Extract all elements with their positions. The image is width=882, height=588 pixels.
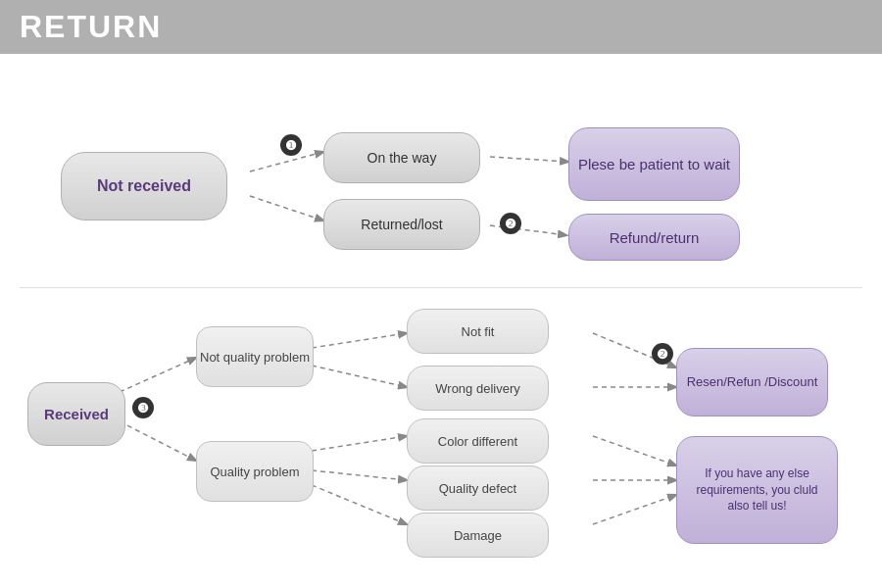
svg-line-10	[312, 436, 407, 451]
main-content: Not received ❶ On the way Returned/lost …	[0, 54, 882, 588]
svg-line-17	[593, 495, 676, 524]
resen-refund-box: Resen/Refun /Discount	[676, 348, 828, 416]
badge-2-top: ❷	[500, 213, 521, 234]
color-different-box: Color different	[407, 418, 549, 464]
svg-line-11	[312, 470, 407, 480]
returned-lost-box: Returned/lost	[323, 199, 480, 250]
not-received-box: Not received	[61, 152, 227, 220]
svg-line-6	[120, 358, 196, 392]
badge-3: ❸	[132, 397, 154, 418]
svg-line-3	[250, 196, 323, 220]
svg-line-9	[312, 366, 407, 387]
not-fit-box: Not fit	[407, 309, 549, 354]
if-you-have-box: If you have any else requirements, you c…	[676, 436, 838, 544]
svg-line-12	[312, 485, 407, 524]
header: RETURN	[0, 0, 882, 54]
please-wait-box: Plese be patient to wait	[568, 127, 740, 201]
header-title: RETURN	[20, 9, 162, 45]
damage-box: Damage	[407, 513, 549, 558]
not-quality-box: Not quality problem	[196, 326, 314, 387]
badge-2-bottom: ❷	[652, 343, 673, 365]
quality-problem-box: Quality problem	[196, 441, 314, 502]
badge-1: ❶	[280, 134, 302, 156]
svg-line-4	[490, 157, 568, 162]
received-box: Received	[27, 382, 125, 446]
svg-line-8	[312, 333, 407, 348]
on-the-way-box: On the way	[323, 132, 480, 183]
svg-line-15	[593, 436, 676, 466]
refund-return-box: Refund/return	[568, 214, 740, 261]
wrong-delivery-box: Wrong delivery	[407, 366, 549, 411]
svg-line-7	[120, 421, 196, 461]
quality-defect-box: Quality defect	[407, 466, 549, 511]
